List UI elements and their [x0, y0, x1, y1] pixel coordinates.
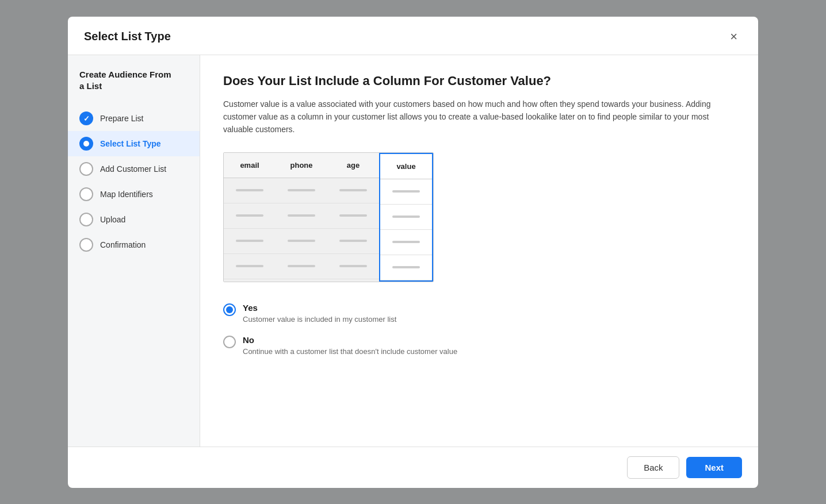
table-header-value: value	[380, 154, 432, 179]
table-cell-age-1	[327, 178, 379, 203]
radio-option-yes[interactable]: Yes Customer value is included in my cus…	[223, 303, 735, 324]
sidebar-item-confirmation[interactable]: Confirmation	[68, 232, 200, 257]
step-icon-confirmation	[79, 238, 93, 252]
next-button[interactable]: Next	[686, 457, 742, 478]
modal-footer: Back Next	[68, 447, 758, 488]
table-cell-value-4	[380, 255, 432, 280]
sidebar-item-select-list-type[interactable]: Select List Type	[68, 131, 200, 156]
sidebar-item-prepare-list[interactable]: Prepare List	[68, 106, 200, 131]
table-cell-age-4	[327, 254, 379, 279]
table-cell-value-3	[380, 230, 432, 255]
table-col-age: age	[327, 153, 379, 282]
radio-circle-yes	[223, 303, 236, 316]
table-cell-phone-1	[276, 178, 327, 203]
step-label-prepare-list: Prepare List	[100, 114, 143, 123]
section-description: Customer value is a value associated wit…	[223, 98, 735, 136]
modal-overlay: Select List Type × Create Audience Froma…	[0, 0, 826, 504]
table-header-email: email	[224, 153, 276, 178]
step-icon-prepare-list	[79, 111, 93, 125]
table-cell-phone-4	[276, 254, 327, 279]
step-label-map-identifiers: Map Identifiers	[100, 190, 153, 199]
table-preview: email phone	[223, 152, 434, 282]
close-button[interactable]: ×	[725, 28, 742, 45]
radio-sublabel-yes: Customer value is included in my custome…	[243, 315, 396, 324]
sidebar-item-upload[interactable]: Upload	[68, 207, 200, 232]
step-icon-add-customer-list	[79, 162, 93, 176]
table-cell-age-2	[327, 203, 379, 229]
table-cell-email-1	[224, 178, 276, 203]
main-content: Does Your List Include a Column For Cust…	[200, 55, 758, 447]
step-icon-map-identifiers	[79, 187, 93, 201]
step-icon-select-list-type	[79, 137, 93, 151]
radio-text-no: No Continue with a customer list that do…	[243, 335, 457, 356]
back-button[interactable]: Back	[627, 456, 679, 479]
table-cell-age-3	[327, 229, 379, 254]
table-cell-phone-3	[276, 229, 327, 254]
radio-circle-no	[223, 336, 236, 348]
table-cell-email-3	[224, 229, 276, 254]
table-cell-value-1	[380, 179, 432, 205]
sidebar-item-map-identifiers[interactable]: Map Identifiers	[68, 182, 200, 207]
radio-group: Yes Customer value is included in my cus…	[223, 303, 735, 356]
modal-title: Select List Type	[84, 30, 171, 43]
step-label-confirmation: Confirmation	[100, 240, 146, 249]
table-cell-email-4	[224, 254, 276, 279]
table-cell-phone-2	[276, 203, 327, 229]
table-col-email: email	[224, 153, 276, 282]
radio-label-no: No	[243, 335, 457, 345]
radio-label-yes: Yes	[243, 303, 396, 313]
step-label-select-list-type: Select List Type	[100, 139, 161, 148]
radio-sublabel-no: Continue with a customer list that doesn…	[243, 347, 457, 356]
modal-header: Select List Type ×	[68, 17, 758, 55]
step-label-add-customer-list: Add Customer List	[100, 164, 166, 174]
radio-option-no[interactable]: No Continue with a customer list that do…	[223, 335, 735, 356]
modal-body: Create Audience Froma List Prepare List …	[68, 55, 758, 447]
table-cell-value-2	[380, 205, 432, 230]
radio-text-yes: Yes Customer value is included in my cus…	[243, 303, 396, 324]
table-cell-email-2	[224, 203, 276, 229]
modal: Select List Type × Create Audience Froma…	[68, 17, 758, 488]
table-header-age: age	[327, 153, 379, 178]
sidebar-item-add-customer-list[interactable]: Add Customer List	[68, 156, 200, 182]
step-label-upload: Upload	[100, 215, 125, 224]
sidebar-header: Create Audience Froma List	[68, 69, 200, 106]
section-title: Does Your List Include a Column For Cust…	[223, 74, 735, 89]
table-col-value: value	[379, 153, 433, 282]
step-icon-upload	[79, 213, 93, 226]
table-col-phone: phone	[276, 153, 327, 282]
table-header-phone: phone	[276, 153, 327, 178]
sidebar: Create Audience Froma List Prepare List …	[68, 55, 200, 447]
